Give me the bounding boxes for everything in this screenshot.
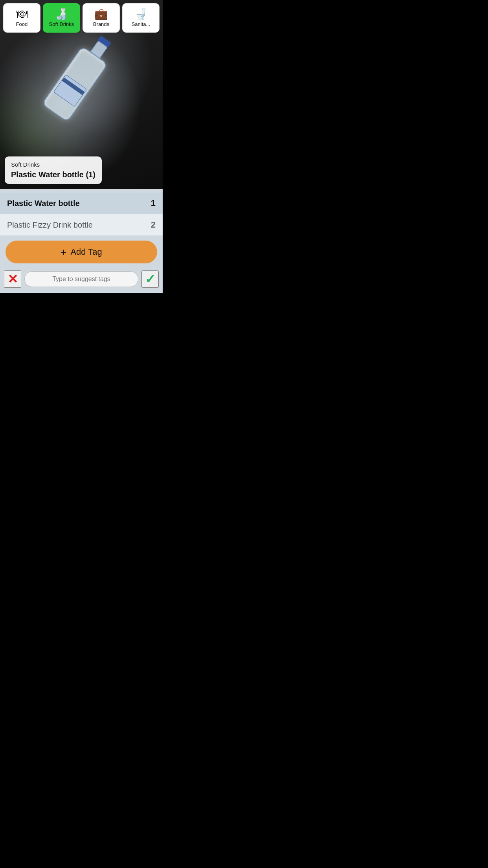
add-tag-label: Add Tag xyxy=(70,247,102,257)
list-item-1[interactable]: Plastic Water bottle 1 xyxy=(0,193,163,214)
cat-soft-drinks-label: Soft Drinks xyxy=(49,21,74,27)
bottle-label xyxy=(53,74,87,107)
add-tag-button[interactable]: + Add Tag xyxy=(6,241,157,263)
confirm-button[interactable]: ✓ xyxy=(141,270,159,288)
confirm-icon: ✓ xyxy=(145,272,156,287)
detection-count: (1) xyxy=(86,170,95,179)
cat-food-label: Food xyxy=(16,21,28,27)
detection-item: Plastic Water bottle (1) xyxy=(11,170,95,179)
sanitation-icon: 🚽 xyxy=(134,9,148,20)
cat-soft-drinks[interactable]: 🍶 Soft Drinks xyxy=(43,3,80,33)
cat-sanitation-label: Sanita... xyxy=(132,21,150,27)
brands-icon: 💼 xyxy=(94,9,108,20)
item-count-2: 2 xyxy=(140,220,156,230)
detection-category: Soft Drinks xyxy=(11,161,95,168)
suggest-input[interactable] xyxy=(24,271,138,287)
bottom-panel: Plastic Water bottle 1 Plastic Fizzy Dri… xyxy=(0,189,163,293)
item-name-1: Plastic Water bottle xyxy=(7,199,140,208)
cat-brands[interactable]: 💼 Brands xyxy=(83,3,120,33)
category-bar: 🍽 Food 🍶 Soft Drinks 💼 Brands 🚽 Sanita..… xyxy=(0,0,163,33)
food-icon: 🍽 xyxy=(17,9,28,20)
cat-sanitation[interactable]: 🚽 Sanita... xyxy=(122,3,160,33)
add-tag-plus-icon: + xyxy=(61,247,66,257)
suggest-tags-row: ✕ ✓ xyxy=(0,268,163,293)
detection-overlay: Soft Drinks Plastic Water bottle (1) xyxy=(5,156,102,184)
cat-brands-label: Brands xyxy=(93,21,109,27)
item-name-2: Plastic Fizzy Drink bottle xyxy=(7,221,140,230)
list-item-2[interactable]: Plastic Fizzy Drink bottle 2 xyxy=(0,214,163,236)
item-count-1: 1 xyxy=(140,198,156,208)
item-list: Plastic Water bottle 1 Plastic Fizzy Dri… xyxy=(0,193,163,236)
bottle-label-stripe xyxy=(62,77,84,95)
cat-food[interactable]: 🍽 Food xyxy=(3,3,40,33)
cancel-icon: ✕ xyxy=(7,272,18,287)
soft-drinks-icon: 🍶 xyxy=(55,9,68,20)
cancel-button[interactable]: ✕ xyxy=(4,270,21,288)
